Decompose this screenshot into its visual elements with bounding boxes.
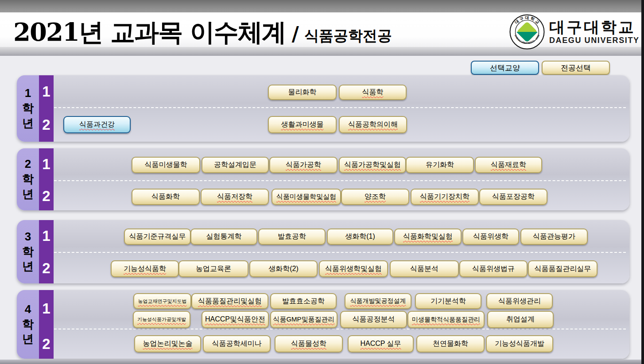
course-button[interactable]: 식품품질관리실무 (528, 260, 597, 277)
course-button[interactable]: 식품GMP및품질관리 (270, 311, 338, 328)
course-button[interactable]: 발효효소공학 (270, 293, 337, 309)
course-label: 식품저장학 (217, 192, 252, 201)
year-label-4: 4학년 (17, 290, 39, 359)
course-label: 취업설계 (506, 315, 535, 324)
course-label: 농업교재연구및지도법 (138, 298, 187, 305)
course-button[interactable]: 취업설계 (487, 311, 554, 328)
course-button[interactable]: 식품공학의이해 (339, 116, 407, 133)
year-row-2: 2학년12식품미생물학공학설계입문식품가공학식품가공학및실험유기화학식품재료학식… (17, 148, 629, 210)
year-label-char: 년 (22, 187, 34, 202)
course-button[interactable]: 물리화학 (268, 85, 337, 100)
semester-divider (54, 252, 626, 253)
course-button[interactable]: 실험통계학 (190, 228, 257, 245)
course-button[interactable]: 농업교재연구및지도법 (133, 293, 191, 309)
year-label-char: 1 (25, 86, 31, 101)
course-label: 식품가공학및실험 (344, 160, 401, 170)
course-button[interactable]: 식품품질관리및실험 (191, 293, 268, 309)
course-button[interactable]: 발효공학 (258, 228, 326, 245)
year-row-1: 1학년12물리화학식품학식품과건강생활과미생물식품공학의이해 (17, 75, 629, 142)
legend-elective-general-button[interactable]: 선택교양 (471, 61, 539, 75)
course-button[interactable]: 생화학(2) (249, 260, 318, 277)
course-button[interactable]: 식품관능평가 (520, 228, 588, 245)
course-button[interactable]: 생활과미생물 (268, 116, 337, 133)
course-button[interactable]: 식품포장공학 (479, 189, 547, 205)
year-label-char: 학 (22, 317, 34, 332)
year-row-4: 4학년12농업교재연구및지도법식품품질관리및실험발효효소공학식품개발및공정설계기… (17, 290, 629, 359)
course-button[interactable]: 식품저장학 (201, 189, 269, 205)
course-button[interactable]: 양조학 (341, 189, 409, 205)
course-button[interactable]: HACCP 실무 (348, 335, 414, 352)
semester-divider (54, 107, 626, 108)
course-button[interactable]: 농업교육론 (178, 260, 248, 277)
course-label: 식품품질관리실무 (535, 264, 591, 274)
year-label-char: 년 (22, 259, 34, 274)
course-button[interactable]: 공학설계입문 (202, 157, 269, 173)
course-label: 식품미생물학및실험 (276, 193, 336, 201)
course-label: 식품포장공학 (492, 192, 535, 201)
year-label-char: 학 (22, 244, 34, 259)
course-button[interactable]: 농업논리및논술 (134, 335, 201, 352)
course-label: 식품관능평가 (533, 232, 575, 241)
course-button[interactable]: 식품공정분석 (340, 311, 407, 328)
year-label-char: 학 (22, 172, 34, 187)
course-button[interactable]: 식품가공학및실험 (339, 157, 406, 173)
semester-number: 1 (39, 300, 54, 317)
year-label-char: 3 (25, 229, 31, 244)
course-button[interactable]: 식품위생관리 (486, 293, 553, 309)
right-edge-strip (641, 0, 644, 364)
course-button[interactable]: 식품과건강 (63, 116, 131, 133)
course-button[interactable]: 생화학(1) (327, 228, 393, 245)
semester-column: 12 (39, 220, 54, 283)
course-button[interactable]: 식품화학및실험 (394, 228, 462, 245)
course-button[interactable]: 식품미생물학및실험 (272, 189, 341, 205)
course-button[interactable]: 식품가공학 (269, 157, 338, 173)
course-button[interactable]: 유기화학 (406, 157, 474, 173)
course-label: 식품학 (362, 88, 384, 97)
course-label: 식품기기장치학 (420, 192, 469, 201)
course-label: 식품공정분석 (353, 315, 395, 324)
course-button[interactable]: 식품화학 (132, 189, 200, 205)
year-label-2: 2학년 (17, 148, 39, 210)
course-label: 식품화학및실험 (403, 232, 453, 241)
course-label: 생활과미생물 (281, 120, 324, 129)
year-row-3: 3학년12식품기준규격실무실험통계학발효공학생화학(1)식품화학및실험식품위생학… (17, 220, 629, 283)
course-label: 식품위생학및실험 (325, 264, 382, 274)
course-button[interactable]: 식품위생학및실험 (319, 260, 388, 277)
title-separator: / (292, 23, 299, 45)
course-button[interactable]: 식품위생학 (462, 228, 519, 245)
course-button[interactable]: 식품미생물학 (132, 157, 200, 173)
university-name-english: DAEGU UNIVERSITY (549, 36, 640, 45)
course-label: 식품개발및공정설계 (350, 297, 406, 305)
page-title: 2021년 교과목 이수체계 / 식품공학전공 (13, 16, 392, 50)
course-button[interactable]: 식품공학세미나 (203, 335, 271, 352)
university-seal-icon: 대 구 대 학 교 · DAEGU UNIVERSITY · 1956 · (509, 14, 545, 50)
semester-number: 2 (39, 188, 54, 205)
course-label: 농업논리및논술 (143, 339, 193, 349)
course-label: 미생물학적식품품질관리 (412, 316, 480, 324)
year-label-3: 3학년 (17, 220, 39, 283)
course-button[interactable]: 식품학 (339, 85, 407, 100)
course-button[interactable]: 식품물성학 (275, 335, 343, 352)
year-label-char: 년 (22, 116, 34, 131)
course-label: 실험통계학 (206, 232, 242, 241)
semester-divider (54, 180, 626, 181)
course-label: 식품분석 (410, 264, 438, 274)
course-button[interactable]: 식품기준규격실무 (124, 228, 191, 245)
course-button[interactable]: 기능성식품가공및개발 (133, 311, 190, 328)
course-button[interactable]: 식품분석 (390, 260, 459, 277)
course-button[interactable]: 식품위생법규 (459, 260, 528, 277)
course-button[interactable]: 식품기기장치학 (411, 189, 479, 205)
course-label: 기능성식품개발 (495, 339, 544, 349)
course-button[interactable]: 식품개발및공정설계 (345, 293, 411, 309)
course-button[interactable]: 기능성식품학 (111, 260, 179, 277)
course-label: 농업교육론 (196, 264, 231, 274)
course-button[interactable]: 천연물화학 (416, 335, 485, 352)
year-label-char: 2 (25, 157, 31, 172)
course-button[interactable]: 기능성식품개발 (486, 335, 553, 352)
course-button[interactable]: 식품재료학 (475, 157, 542, 173)
course-button[interactable]: 기기분석학 (415, 293, 481, 309)
legend-major-elective-button[interactable]: 전공선택 (542, 61, 610, 75)
course-button[interactable]: HACCP및식품안전 (202, 311, 269, 328)
course-button[interactable]: 미생물학적식품품질관리 (407, 311, 485, 328)
university-name-korean: 대구대학교 (549, 19, 640, 35)
